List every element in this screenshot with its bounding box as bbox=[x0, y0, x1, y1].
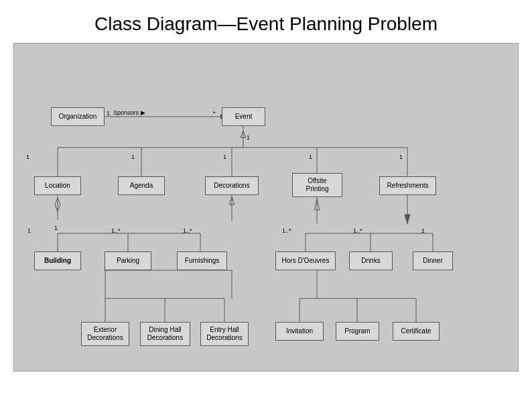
entryhall-box: Entry HallDecorations bbox=[200, 322, 249, 346]
invitation-box: Invitation bbox=[275, 322, 324, 341]
svg-text:1: 1 bbox=[421, 227, 425, 234]
svg-text:1: 1 bbox=[223, 154, 226, 160]
svg-text:1..*: 1..* bbox=[353, 227, 362, 234]
page-title: Class Diagram—Event Planning Problem bbox=[0, 0, 532, 43]
parking-box: Parking bbox=[105, 251, 151, 270]
program-box: Program bbox=[336, 322, 379, 341]
offsite-box: OffsitePrinting bbox=[292, 173, 342, 197]
svg-text:1..*: 1..* bbox=[111, 227, 121, 234]
exterior-box: ExteriorDecorations bbox=[81, 322, 129, 346]
svg-text:1: 1 bbox=[27, 227, 31, 234]
horsdoeuvres-box: Hors D'Oeuvres bbox=[275, 251, 336, 270]
agenda-box: Agenda bbox=[118, 176, 165, 195]
drinks-box: Drinks bbox=[349, 251, 393, 270]
building-box: Building bbox=[34, 251, 81, 270]
decorations-box: Decorations bbox=[205, 176, 259, 195]
svg-text:1: 1 bbox=[131, 154, 135, 160]
svg-text:1: 1 bbox=[107, 110, 110, 117]
certificate-box: Certificate bbox=[393, 322, 440, 341]
svg-text:1: 1 bbox=[26, 154, 29, 160]
diagram-area: 1 Sponsors ▶ * 1 1 1 1 1 1 1 bbox=[13, 43, 519, 372]
dininghall-box: Dining HallDecorations bbox=[140, 322, 190, 346]
location-box: Location bbox=[34, 176, 81, 195]
svg-marker-41 bbox=[405, 215, 410, 223]
svg-text:1..*: 1..* bbox=[183, 227, 192, 234]
svg-text:1: 1 bbox=[247, 134, 250, 141]
svg-text:1..*: 1..* bbox=[282, 227, 291, 234]
event-box: Event bbox=[222, 107, 265, 126]
svg-text:1: 1 bbox=[309, 154, 312, 160]
furnishings-box: Furnishings bbox=[177, 251, 227, 270]
refreshments-box: Refreshments bbox=[379, 176, 436, 195]
dinner-box: Dinner bbox=[413, 251, 453, 270]
svg-text:1: 1 bbox=[54, 225, 58, 231]
svg-text:Sponsors ▶: Sponsors ▶ bbox=[113, 109, 145, 116]
svg-text:*: * bbox=[213, 110, 216, 117]
svg-text:1: 1 bbox=[399, 154, 403, 160]
organization-box: Organization bbox=[51, 107, 105, 126]
